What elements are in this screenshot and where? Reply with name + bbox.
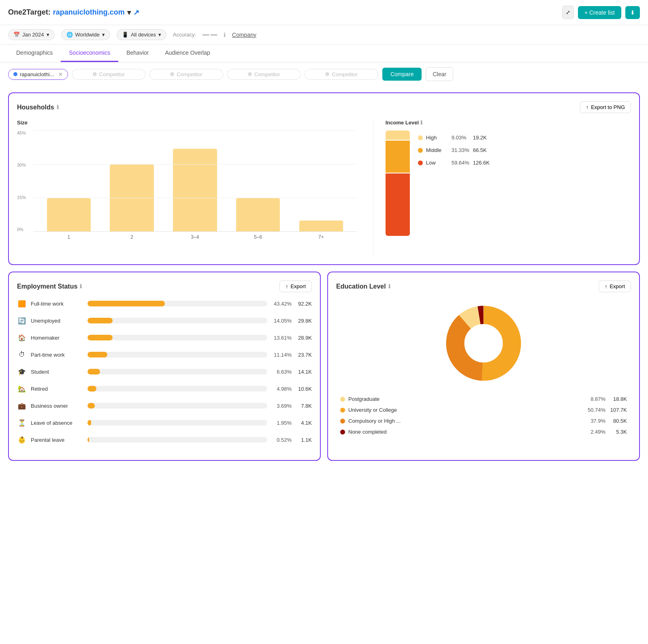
y-label-45: 45% [17,131,26,135]
calendar-icon: 📅 [13,32,20,38]
tab-demographics[interactable]: Demographics [8,45,61,62]
y-label-0: 0% [17,227,26,232]
emp-retired: 🏡 Retired 4.98% 10.6K [17,384,312,394]
compare-button[interactable]: Compare [382,68,422,81]
emp-unemployed: 🔄 Unemployed 14.05% 29.8K [17,316,312,325]
education-export-button[interactable]: ↑ Export [599,280,631,292]
competitor-dot-2 [170,72,174,76]
low-dot [418,160,423,165]
brand-label: One2Target: [8,8,51,17]
emp-parttime: ⏱ Part-time work 11.14% 23.7K [17,350,312,359]
company-label[interactable]: Company [232,32,256,38]
compulsory-dot [340,419,345,424]
globe-icon: 🌐 [66,32,73,38]
donut-container [439,299,528,388]
fulltime-icon: 🟧 [17,299,27,308]
none-dot [340,430,345,434]
employment-export-button[interactable]: ↑ Export [279,280,312,292]
competitor-4[interactable]: Competitor [305,69,378,80]
tab-behavior[interactable]: Behavior [118,45,157,62]
education-legend: Postgraduate 8.87% 18.8K University or C… [336,396,631,435]
domain-link[interactable]: rapanuiclothing.com [53,8,125,17]
download-button[interactable]: ⬇ [625,6,640,19]
education-info-icon[interactable]: ℹ [388,283,390,289]
size-title: Size [17,120,361,126]
date-dropdown-icon: ▾ [47,32,49,38]
upload-icon-3: ↑ [605,283,608,289]
clear-button[interactable]: Clear [426,67,453,81]
region-label: Worldwide [75,32,100,38]
income-info-icon[interactable]: ℹ [420,120,422,126]
active-domain-chip[interactable]: rapanuiclothi... ✕ [8,69,68,80]
bar-2 [104,165,160,232]
parttime-bar-fill [87,352,107,357]
households-header: Households ℹ ↑ Export to PNG [17,101,631,113]
emp-fulltime: 🟧 Full-time work 43.42% 92.2K [17,299,312,308]
region-filter[interactable]: 🌐 Worldwide ▾ [61,29,110,40]
competitor-label-3: Competitor [254,71,280,77]
chip-remove-icon[interactable]: ✕ [58,71,63,77]
households-panel: Households ℹ ↑ Export to PNG Size 45% [8,92,640,265]
bar-5-6 [230,198,286,232]
competitor-2[interactable]: Competitor [149,69,223,80]
business-bar-fill [87,403,95,409]
student-bar-fill [87,369,100,374]
middle-dot [418,148,423,153]
edu-none: None completed 2.49% 5.3K [340,429,627,435]
households-info-icon[interactable]: ℹ [57,104,59,110]
business-bar-bg [87,403,267,409]
emp-business: 💼 Business owner 3.69% 7.8K [17,401,312,411]
edu-postgrad: Postgraduate 8.87% 18.8K [340,396,627,402]
retired-icon: 🏡 [17,384,27,394]
education-header: Education Level ℹ ↑ Export [336,280,631,292]
emp-leave: ⏳ Leave of absence 1.95% 4.1K [17,418,312,428]
households-inner: Size 45% 30% 15% 0% [17,120,631,256]
employment-panel: Employment Status ℹ ↑ Export 🟧 Full-time… [8,272,321,461]
competitor-label-1: Competitor [99,71,125,77]
upload-icon-2: ↑ [286,283,288,289]
devices-dropdown-icon: ▾ [158,32,161,38]
donut-svg [439,299,528,388]
student-icon: 🎓 [17,367,27,377]
households-export-button[interactable]: ↑ Export to PNG [580,101,631,113]
bar-1 [41,198,96,232]
filter-bar: 📅 Jan 2024 ▾ 🌐 Worldwide ▾ 📱 All devices… [0,25,648,45]
employment-title: Employment Status ℹ [17,283,82,290]
header-right: ⤢ + Create list ⬇ [562,6,640,19]
parental-bar-fill [87,437,89,443]
bottom-panels: Employment Status ℹ ↑ Export 🟧 Full-time… [8,272,640,467]
upload-icon: ↑ [586,104,589,110]
competitor-1[interactable]: Competitor [72,69,146,80]
date-label: Jan 2024 [22,32,44,38]
fulltime-bar-fill [87,301,165,306]
date-filter[interactable]: 📅 Jan 2024 ▾ [8,29,55,40]
homemaker-icon: 🏠 [17,333,27,342]
x-label-7plus: 7+ [294,234,349,240]
nav-tabs: Demographics Socioeconomics Behavior Aud… [0,45,648,62]
region-dropdown-icon: ▾ [102,32,105,38]
employment-header: Employment Status ℹ ↑ Export [17,280,312,292]
domain-dropdown-icon[interactable]: ▾ [127,8,131,17]
devices-filter[interactable]: 📱 All devices ▾ [117,29,166,40]
university-dot [340,408,345,413]
external-link-icon[interactable]: ↗ [133,8,139,17]
retired-bar-fill [87,386,96,392]
expand-button[interactable]: ⤢ [562,6,574,19]
competitor-3[interactable]: Competitor [227,69,301,80]
x-label-1: 1 [41,234,96,240]
emp-student: 🎓 Student 6.63% 14.1K [17,367,312,377]
retired-bar-bg [87,386,267,392]
unemployed-bar-fill [87,318,113,323]
tab-socioeconomics[interactable]: Socioeconomics [61,45,118,62]
employment-info-icon[interactable]: ℹ [80,283,82,289]
edu-compulsory: Compulsory or High ... 37.9% 80.5K [340,418,627,424]
create-list-button[interactable]: + Create list [578,6,621,19]
emp-homemaker: 🏠 Homemaker 13.61% 28.9K [17,333,312,342]
income-low: Low 59.64% 126.6K [418,160,490,166]
accuracy-label: Accuracy: [173,32,196,38]
x-label-5-6: 5–6 [230,234,286,240]
tab-audience-overlap[interactable]: Audience Overlap [157,45,218,62]
income-title: Income Level ℹ [386,120,631,126]
header: One2Target: rapanuiclothing.com ▾ ↗ ⤢ + … [0,0,648,25]
chip-dot [13,72,17,76]
